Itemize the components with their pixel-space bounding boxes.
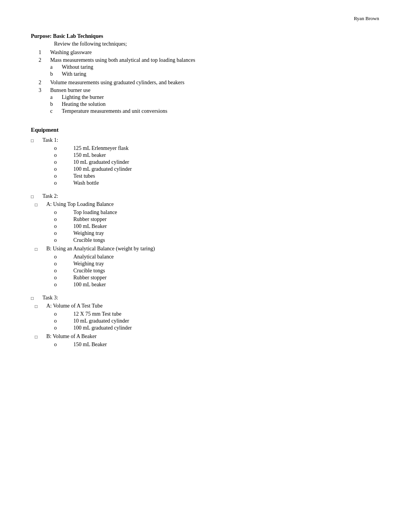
author-name: Ryan Brown xyxy=(31,15,379,22)
list-num: 3 xyxy=(39,87,50,115)
list-item: 1 Washing glassware xyxy=(39,49,379,56)
list-item: o 100 mL graduated cylinder xyxy=(54,325,379,331)
list-num: 2 xyxy=(39,80,50,86)
bullet-icon: □ xyxy=(31,194,42,200)
task-2-block: □ Task 2: □ A: Using Top Loading Balance… xyxy=(31,193,379,288)
list-item: o Rubber stopper xyxy=(54,275,379,281)
bullet-o: o xyxy=(54,209,73,216)
bullet-o: o xyxy=(54,282,73,288)
list-item: o Weighing tray xyxy=(54,261,379,267)
purpose-title: Purpose: Basic Lab Techniques xyxy=(31,33,379,39)
equipment-title: Equipment xyxy=(31,127,379,133)
bullet-icon: □ xyxy=(35,334,46,340)
bullet-icon: □ xyxy=(35,304,46,309)
task-2b-row: □ B: Using an Analytical Balance (weight… xyxy=(35,246,379,252)
list-item: o Wash bottle xyxy=(54,180,379,186)
sub-label: a xyxy=(50,64,62,70)
item-text: 125 mL Erlenmeyer flask xyxy=(73,145,129,151)
purpose-list: 1 Washing glassware 2 Mass measurements … xyxy=(39,49,379,115)
item-text: 100 mL beaker xyxy=(73,282,106,288)
task-2-row: □ Task 2: xyxy=(31,193,379,200)
list-item: o 10 mL graduated cylinder xyxy=(54,318,379,324)
list-content: Washing glassware xyxy=(50,49,379,56)
equipment-section: Equipment □ Task 1: o 125 mL Erlenmeyer … xyxy=(31,127,379,348)
list-item: o 100 mL Beaker xyxy=(54,223,379,229)
item-text: Wash bottle xyxy=(73,180,99,186)
task-1-row: □ Task 1: xyxy=(31,137,379,144)
item-text: Test tubes xyxy=(73,173,95,179)
list-content: Volume measurements using graduated cyli… xyxy=(50,80,379,86)
bullet-icon: □ xyxy=(31,138,42,144)
task-3a-row: □ A: Volume of A Test Tube xyxy=(35,303,379,309)
sub-list-item: c Temperature measurements and unit conv… xyxy=(50,108,379,114)
task-2a-items: o Top loading balance o Rubber stopper o… xyxy=(54,209,379,243)
list-item: o 100 mL graduated cylinder xyxy=(54,166,379,172)
item-text: 150 mL beaker xyxy=(73,152,106,158)
list-item: o 100 mL beaker xyxy=(54,282,379,288)
list-num: 2 xyxy=(39,57,50,78)
bullet-o: o xyxy=(54,230,73,236)
sub-text: Lighting the burner xyxy=(62,94,104,100)
sub-label: a xyxy=(50,94,62,100)
task-3-block: □ Task 3: □ A: Volume of A Test Tube o 1… xyxy=(31,295,379,348)
bullet-o: o xyxy=(54,318,73,324)
bullet-o: o xyxy=(54,268,73,274)
task-2a-row: □ A: Using Top Loading Balance xyxy=(35,201,379,208)
list-item: o Rubber stopper xyxy=(54,216,379,223)
list-text: Volume measurements using graduated cyli… xyxy=(50,80,185,85)
item-text: Crucible tongs xyxy=(73,237,105,243)
sub-text: With taring xyxy=(62,71,86,77)
bullet-o: o xyxy=(54,325,73,331)
list-item: o Crucible tongs xyxy=(54,268,379,274)
item-text: 10 mL graduated cylinder xyxy=(73,159,129,165)
sub-text: Without taring xyxy=(62,64,93,70)
list-item: o 10 mL graduated cylinder xyxy=(54,159,379,165)
task-2-label: Task 2: xyxy=(42,193,58,199)
list-item: o 150 mL Beaker xyxy=(54,342,379,348)
sub-label: c xyxy=(50,108,62,114)
list-text: Mass measurements using both analytical … xyxy=(50,57,195,63)
bullet-o: o xyxy=(54,342,73,348)
purpose-section: Purpose: Basic Lab Techniques Review the… xyxy=(31,33,379,115)
task-1-items: o 125 mL Erlenmeyer flask o 150 mL beake… xyxy=(54,145,379,186)
bullet-o: o xyxy=(54,223,73,229)
item-text: 100 mL graduated cylinder xyxy=(73,166,132,172)
item-text: 100 mL Beaker xyxy=(73,223,107,229)
review-line: Review the following techniques; xyxy=(54,41,379,47)
bullet-o: o xyxy=(54,166,73,172)
list-item: 2 Mass measurements using both analytica… xyxy=(39,57,379,78)
list-item: o 125 mL Erlenmeyer flask xyxy=(54,145,379,151)
item-text: Weighing tray xyxy=(73,261,104,267)
bullet-icon: □ xyxy=(35,202,46,208)
bullet-o: o xyxy=(54,152,73,158)
sub-text: Temperature measurements and unit conver… xyxy=(62,108,168,114)
bullet-o: o xyxy=(54,145,73,151)
task-1-label: Task 1: xyxy=(42,137,58,143)
item-text: 100 mL graduated cylinder xyxy=(73,325,132,331)
bullet-o: o xyxy=(54,261,73,267)
list-text: Bunsen burner use xyxy=(50,87,90,93)
bullet-icon: □ xyxy=(35,246,46,252)
sub-list: a Lighting the burner b Heating the solu… xyxy=(50,94,379,114)
task-3b-label: B: Volume of A Beaker xyxy=(46,333,97,340)
list-item: o Weighing tray xyxy=(54,230,379,236)
bullet-o: o xyxy=(54,216,73,223)
task-3b-row: □ B: Volume of A Beaker xyxy=(35,333,379,340)
bullet-o: o xyxy=(54,275,73,281)
bullet-o: o xyxy=(54,237,73,243)
sub-label: b xyxy=(50,101,62,107)
list-content: Mass measurements using both analytical … xyxy=(50,57,379,78)
task-2b-label: B: Using an Analytical Balance (weight b… xyxy=(46,246,155,252)
task-1-block: □ Task 1: o 125 mL Erlenmeyer flask o 15… xyxy=(31,137,379,186)
list-item: 2 Volume measurements using graduated cy… xyxy=(39,80,379,86)
list-content: Bunsen burner use a Lighting the burner … xyxy=(50,87,379,115)
list-text: Washing glassware xyxy=(50,49,91,55)
list-num: 1 xyxy=(39,49,50,56)
list-item: o Top loading balance xyxy=(54,209,379,216)
item-text: Weighing tray xyxy=(73,230,104,236)
sub-list: a Without taring b With taring xyxy=(50,64,379,77)
item-text: Analytical balance xyxy=(73,254,114,260)
task-3-row: □ Task 3: xyxy=(31,295,379,301)
sub-text: Heating the solution xyxy=(62,101,106,107)
list-item: o Crucible tongs xyxy=(54,237,379,243)
